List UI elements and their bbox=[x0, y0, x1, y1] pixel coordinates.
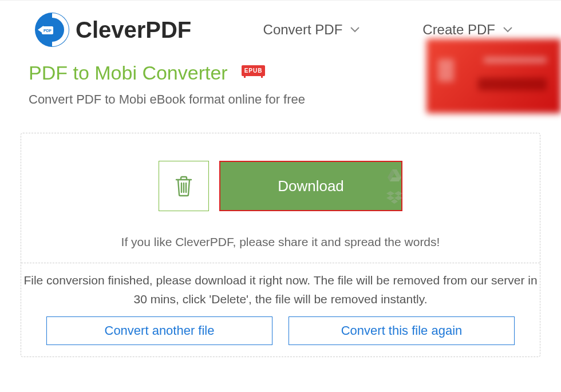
logo-icon: PDF bbox=[34, 12, 70, 47]
finished-message: File conversion finished, please downloa… bbox=[21, 263, 540, 308]
nav: Convert PDF Create PDF bbox=[263, 22, 512, 38]
page-title-text: PDF to Mobi Converter bbox=[29, 62, 228, 84]
bottom-actions: Convert another file Convert this file a… bbox=[21, 308, 540, 357]
epub-badge-icon: EPUB bbox=[242, 65, 266, 76]
svg-text:PDF: PDF bbox=[44, 29, 52, 33]
promo-banner[interactable] bbox=[426, 39, 561, 113]
trash-icon bbox=[174, 175, 193, 197]
nav-label: Create PDF bbox=[422, 22, 495, 38]
nav-convert-pdf[interactable]: Convert PDF bbox=[263, 22, 360, 38]
download-label: Download bbox=[278, 177, 344, 195]
result-panel: Download If you like CleverPDF, please s… bbox=[21, 133, 540, 357]
dropbox-icon[interactable] bbox=[386, 190, 402, 204]
convert-again-button[interactable]: Convert this file again bbox=[289, 316, 515, 345]
cloud-save-options bbox=[386, 168, 402, 204]
chevron-down-icon bbox=[503, 27, 512, 33]
share-prompt: If you like CleverPDF, please share it a… bbox=[21, 235, 540, 249]
download-button[interactable]: Download bbox=[219, 161, 402, 211]
convert-another-button[interactable]: Convert another file bbox=[46, 316, 272, 345]
google-drive-icon[interactable] bbox=[386, 168, 402, 182]
nav-create-pdf[interactable]: Create PDF bbox=[422, 22, 512, 38]
brand-name: CleverPDF bbox=[76, 17, 191, 43]
logo[interactable]: PDF CleverPDF bbox=[34, 12, 191, 47]
nav-label: Convert PDF bbox=[263, 22, 343, 38]
button-label: Convert another file bbox=[105, 323, 215, 338]
delete-button[interactable] bbox=[159, 161, 209, 211]
button-label: Convert this file again bbox=[341, 323, 463, 338]
action-row: Download bbox=[21, 161, 540, 211]
chevron-down-icon bbox=[350, 27, 359, 33]
title-row: PDF to Mobi Converter EPUB Convert PDF t… bbox=[0, 62, 561, 107]
